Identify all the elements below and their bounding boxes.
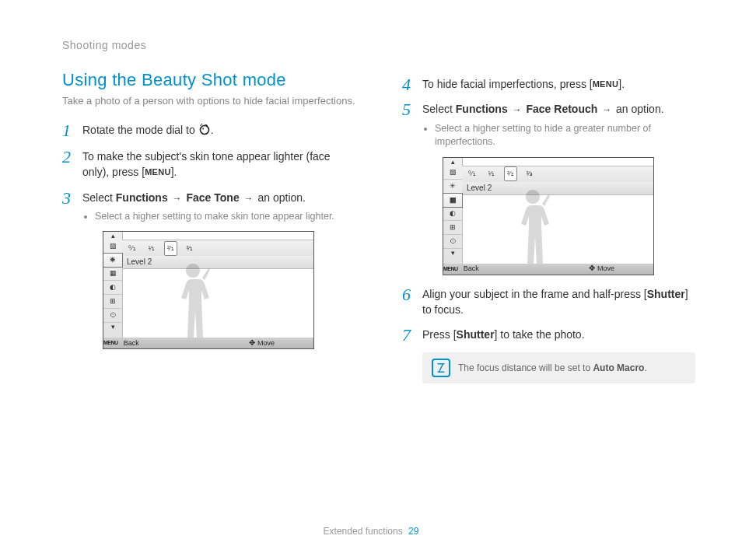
step-1-text-pre: Rotate the mode dial to xyxy=(82,124,198,136)
sidebar-icon-selected: ✳ xyxy=(103,253,123,268)
cam-opt-selected: ²⁄₁ xyxy=(164,241,177,256)
back-label: Back xyxy=(464,264,479,274)
page-number: 29 xyxy=(408,526,418,537)
cam-opt-selected: ²⁄₂ xyxy=(504,166,517,181)
camera-footer: MENU Back ✥Move xyxy=(103,338,313,348)
section-header: Shooting modes xyxy=(62,39,355,51)
step-1-text-post: . xyxy=(211,124,214,136)
sidebar-icon: ◐ xyxy=(443,207,462,221)
step-3-text-pre: Select xyxy=(82,191,116,204)
sidebar-icon: ⊞ xyxy=(103,295,122,309)
page-heading: Using the Beauty Shot mode xyxy=(62,70,355,90)
camera-ui-face-retouch: ▴ ▧ ✳ ▦ ◐ ⊞ ⏲ ▾ ⁰⁄₁ ¹⁄₁ ²⁄₂ ³⁄₃ xyxy=(443,157,654,275)
move-label: Move xyxy=(597,264,614,272)
scroll-down-icon: ▾ xyxy=(443,249,462,257)
svg-point-2 xyxy=(200,124,201,126)
shutter-label: Shutter xyxy=(457,328,495,341)
cam-opt: ¹⁄₁ xyxy=(145,241,159,256)
arrow-icon: → xyxy=(244,193,254,204)
step-3-sub: Select a higher setting to make skin ton… xyxy=(95,210,355,224)
camera-option-row: ⁰⁄₁ ¹⁄₁ ²⁄₁ ³⁄₁ xyxy=(122,240,313,257)
svg-point-0 xyxy=(200,125,208,134)
note-box: The focus distance will be set to Auto M… xyxy=(422,352,695,383)
sidebar-icon: ▧ xyxy=(103,240,122,254)
step-5-sub: Select a higher setting to hide a greate… xyxy=(435,122,695,149)
camera-option-row: ⁰⁄₁ ¹⁄₁ ²⁄₂ ³⁄₃ xyxy=(462,166,653,183)
move-icon: ✥ xyxy=(249,338,255,347)
menu-icon: MENU xyxy=(103,339,118,347)
step-2-text-post: ]. xyxy=(171,166,177,178)
beauty-mode-dial-icon xyxy=(198,123,211,139)
step-7-text-post: ] to take the photo. xyxy=(495,328,585,341)
cam-opt: ³⁄₃ xyxy=(523,166,537,181)
move-label: Move xyxy=(257,339,275,347)
step-2-text-pre: To make the subject's skin tone appear l… xyxy=(82,150,331,178)
step-4: To hide facial imperfections, press [MEN… xyxy=(402,76,695,92)
scroll-down-icon: ▾ xyxy=(103,323,122,331)
arrow-icon: → xyxy=(602,104,611,115)
camera-ui-face-tone: ▴ ▧ ✳ ▦ ◐ ⊞ ⏲ ▾ ⁰⁄₁ ¹⁄₁ ²⁄₁ ³⁄₁ xyxy=(103,231,314,349)
note-text: The focus distance will be set to Auto M… xyxy=(458,362,647,373)
step-5-func: Functions xyxy=(456,103,508,115)
sidebar-icon: ▧ xyxy=(443,166,462,180)
step-4-text-pre: To hide facial imperfections, press [ xyxy=(422,78,593,90)
note-text-post: . xyxy=(644,362,646,373)
sidebar-icon: ✳ xyxy=(443,180,462,194)
shutter-label: Shutter xyxy=(647,288,685,300)
step-1: Rotate the mode dial to . xyxy=(62,122,355,139)
camera-sidebar: ▴ ▧ ✳ ▦ ◐ ⊞ ⏲ ▾ xyxy=(103,232,123,338)
step-3: Select Functions → Face Tone → an option… xyxy=(62,190,355,350)
cam-opt: ⁰⁄₁ xyxy=(125,241,139,256)
step-3-text-post: an option. xyxy=(255,191,306,204)
cam-opt: ¹⁄₁ xyxy=(485,166,499,181)
note-text-pre: The focus distance will be set to xyxy=(458,362,593,373)
step-5-text-pre: Select xyxy=(422,103,456,115)
sidebar-icon-selected: ▦ xyxy=(443,193,463,208)
back-label: Back xyxy=(124,338,139,348)
note-text-bold: Auto Macro xyxy=(593,362,644,373)
page-subtitle: Take a photo of a person with options to… xyxy=(62,95,355,107)
svg-point-3 xyxy=(201,124,202,125)
footer-label: Extended functions xyxy=(324,526,403,537)
sidebar-icon: ▦ xyxy=(103,267,122,281)
note-icon xyxy=(432,359,450,377)
svg-point-1 xyxy=(202,128,204,129)
move-icon: ✥ xyxy=(589,264,595,272)
menu-label: MENU xyxy=(593,79,619,89)
menu-label: MENU xyxy=(145,168,171,177)
scroll-up-icon: ▴ xyxy=(103,232,122,240)
person-silhouette-icon xyxy=(513,190,552,264)
arrow-icon: → xyxy=(173,193,182,204)
camera-level-bar: Level 2 xyxy=(122,256,313,269)
step-7: Press [Shutter] to take the photo. xyxy=(402,327,695,342)
camera-sidebar: ▴ ▧ ✳ ▦ ◐ ⊞ ⏲ ▾ xyxy=(443,158,463,264)
step-7-text-pre: Press [ xyxy=(422,328,457,341)
cam-opt: ³⁄₁ xyxy=(184,241,197,256)
step-4-text-post: ]. xyxy=(618,78,625,90)
page-footer: Extended functions 29 xyxy=(0,526,742,537)
sidebar-icon: ⏲ xyxy=(443,235,462,249)
step-5-text-post: an option. xyxy=(613,103,663,115)
menu-icon: MENU xyxy=(443,265,458,273)
step-6-text-pre: Align your subject in the frame and half… xyxy=(422,288,647,300)
sidebar-icon: ⊞ xyxy=(443,221,462,235)
step-6: Align your subject in the frame and half… xyxy=(402,286,695,318)
step-5-faceret: Face Retouch xyxy=(526,103,597,115)
scroll-up-icon: ▴ xyxy=(443,158,462,166)
cam-opt: ⁰⁄₁ xyxy=(465,166,479,181)
camera-level-bar: Level 2 xyxy=(462,182,653,195)
step-2: To make the subject's skin tone appear l… xyxy=(62,149,355,180)
person-silhouette-icon xyxy=(173,264,212,338)
step-5: Select Functions → Face Retouch → an opt… xyxy=(402,101,695,275)
step-3-func: Functions xyxy=(116,191,168,204)
step-3-facetone: Face Tone xyxy=(186,191,239,204)
sidebar-icon: ◐ xyxy=(103,281,122,295)
camera-footer: MENU Back ✥Move xyxy=(443,264,653,275)
sidebar-icon: ⏲ xyxy=(103,309,122,323)
arrow-icon: → xyxy=(513,104,522,115)
